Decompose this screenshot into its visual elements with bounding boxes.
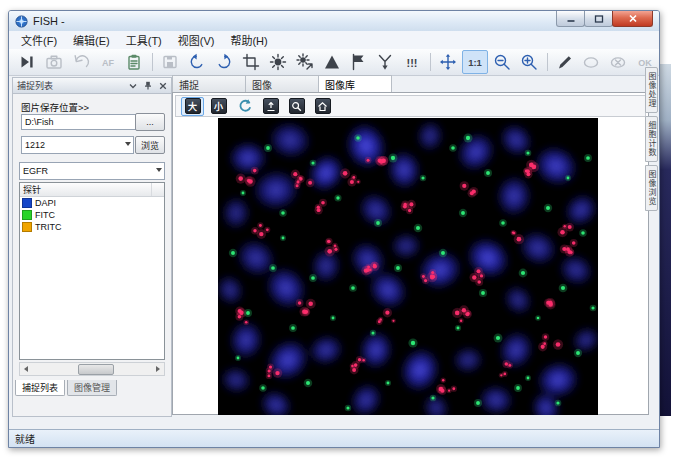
ellipse-delete-button [605, 50, 631, 74]
fluorescence-image[interactable] [218, 118, 598, 415]
panel-collapse-button[interactable] [127, 80, 138, 91]
dock-tab-cell-count[interactable]: 细胞计数 [645, 116, 658, 162]
panel-bottom-tabs: 捕捉列表图像管理 [13, 380, 119, 396]
menu-bar: 文件(F)编辑(E)工具(T)视图(V)帮助(H) [9, 31, 659, 50]
minimize-icon [566, 15, 576, 23]
brightness-button[interactable] [265, 50, 291, 74]
threshold-triangle-icon [323, 53, 341, 71]
folder-combo-value: 1212 [25, 140, 45, 150]
panel-tab-image-manage[interactable]: 图像管理 [67, 380, 117, 396]
zoom-in-icon [520, 53, 538, 71]
rotate-cw-icon [215, 53, 233, 71]
camera-icon [45, 53, 63, 71]
gallery-toolbar: 大小 [175, 95, 646, 117]
left-arrow-icon [24, 366, 28, 372]
app-icon [15, 15, 28, 28]
clipboard-button[interactable] [122, 50, 148, 74]
scrollbar-track[interactable] [32, 364, 152, 374]
menu-view[interactable]: 视图(V) [170, 31, 223, 49]
folder-combo[interactable]: 1212 [21, 136, 134, 154]
save-path-input[interactable] [21, 114, 137, 130]
svg-text:AF: AF [102, 58, 114, 68]
close-icon [159, 82, 167, 90]
export-image-button[interactable] [259, 97, 282, 116]
pan-button[interactable] [435, 50, 461, 74]
panel-tab-capture-list[interactable]: 捕捉列表 [15, 380, 65, 396]
brightness-auto-button[interactable] [292, 50, 318, 74]
probe-row-fitc[interactable]: FITC [20, 209, 164, 221]
undo-button [68, 50, 94, 74]
export-image-icon [263, 98, 279, 114]
probe-combo-value: EGFR [23, 166, 48, 176]
menu-edit[interactable]: 编辑(E) [65, 31, 118, 49]
refresh-button[interactable] [233, 97, 256, 116]
threshold-triangle-button[interactable] [319, 50, 345, 74]
probe-panel-combo[interactable]: EGFR [19, 162, 165, 180]
crop-icon [242, 53, 260, 71]
desktop: FISH - 文件(F)编辑(E)工具(T)视图(V)帮助(H) AF!!!1:… [0, 0, 690, 460]
camera-button [41, 50, 67, 74]
dock-tab-image-process[interactable]: 图像处理 [645, 67, 658, 113]
probe-label: TRITC [35, 222, 62, 232]
panel-title: 捕捉列表 [17, 79, 53, 92]
next-frame-icon [18, 53, 36, 71]
probe-color-swatch [22, 222, 32, 232]
probe-list: 探针 DAPIFITCTRITC [19, 182, 165, 360]
save-frame-icon [161, 53, 179, 71]
window-controls [557, 11, 653, 27]
brightness-icon [269, 53, 287, 71]
merge-channels-button[interactable] [372, 50, 398, 74]
alerts-icon: !!! [403, 53, 421, 71]
app-window: FISH - 文件(F)编辑(E)工具(T)视图(V)帮助(H) AF!!!1:… [8, 10, 660, 448]
clipboard-icon [125, 53, 143, 71]
browse-button[interactable]: 浏览 [135, 136, 165, 154]
alerts-button[interactable]: !!! [399, 50, 425, 74]
home-view-icon [315, 98, 331, 114]
flag-button[interactable] [346, 50, 372, 74]
menu-help[interactable]: 帮助(H) [222, 31, 275, 49]
save-location-label: 图片保存位置>> [21, 100, 89, 114]
probe-label: FITC [35, 210, 55, 220]
preview-image-button[interactable] [285, 97, 308, 116]
flag-icon [349, 53, 367, 71]
close-button[interactable] [612, 11, 653, 27]
dock-tab-image-browse[interactable]: 图像浏览 [645, 165, 658, 211]
scroll-left-button[interactable] [20, 364, 32, 374]
scroll-right-button[interactable] [152, 364, 164, 374]
gallery-content: 大小 [172, 92, 649, 415]
titlebar[interactable]: FISH - [9, 11, 659, 32]
home-view-button[interactable] [311, 97, 334, 116]
menu-tools[interactable]: 工具(T) [118, 31, 170, 49]
view-small-button[interactable]: 小 [207, 97, 230, 116]
ellipse-icon [582, 53, 600, 71]
zoom-in-button[interactable] [516, 50, 542, 74]
panel-pin-button[interactable] [142, 80, 153, 91]
toolbar-separator [547, 53, 548, 71]
status-text: 就绪 [15, 431, 35, 446]
window-title: FISH - [33, 15, 65, 27]
next-frame-button[interactable] [14, 50, 40, 74]
main-toolbar: AF!!!1:1OK [9, 49, 659, 76]
pencil-icon [556, 53, 574, 71]
menu-file[interactable]: 文件(F) [13, 31, 65, 49]
view-large-icon: 大 [185, 98, 201, 114]
panel-header[interactable]: 捕捉列表 [13, 78, 171, 94]
zoom-out-button[interactable] [489, 50, 515, 74]
horizontal-scrollbar[interactable] [19, 362, 165, 376]
zoom-out-icon [493, 53, 511, 71]
probe-row-tritc[interactable]: TRITC [20, 221, 164, 233]
minimize-button[interactable] [556, 11, 585, 27]
pencil-button[interactable] [552, 50, 578, 74]
zoom-1-1-button[interactable]: 1:1 [462, 50, 488, 74]
rotate-ccw-button[interactable] [184, 50, 210, 74]
rotate-cw-button[interactable] [211, 50, 237, 74]
view-large-button[interactable]: 大 [181, 97, 204, 116]
rotate-ccw-icon [188, 53, 206, 71]
panel-close-button[interactable] [157, 80, 168, 91]
probe-row-dapi[interactable]: DAPI [20, 197, 164, 209]
probe-list-header[interactable]: 探针 [20, 183, 164, 197]
crop-button[interactable] [238, 50, 264, 74]
scrollbar-thumb[interactable] [78, 364, 114, 375]
maximize-button[interactable] [584, 11, 613, 27]
path-browse-button[interactable]: ... [135, 113, 165, 131]
